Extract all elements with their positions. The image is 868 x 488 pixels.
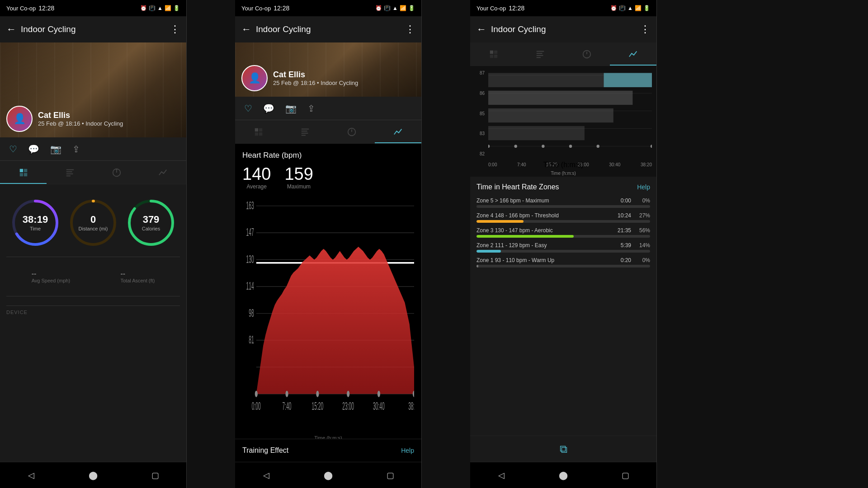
back-nav-btn-3[interactable]: ◁: [493, 467, 509, 483]
back-button-3[interactable]: ←: [476, 23, 486, 35]
back-nav-btn-2[interactable]: ◁: [258, 467, 274, 483]
recents-nav-btn-3[interactable]: ▢: [617, 467, 633, 483]
zones-title: Time in Heart Rate Zones: [476, 183, 559, 191]
tab-summary-2[interactable]: [282, 120, 328, 143]
wifi-icon: ▲: [157, 5, 163, 11]
home-nav-btn-3[interactable]: ⬤: [555, 467, 571, 483]
y-label-83: 83: [470, 131, 486, 136]
nav-title-3: Indoor Cycling: [491, 24, 636, 34]
svg-rect-51: [490, 50, 493, 53]
action-bar-2: ♡ 💬 📷 ⇪: [235, 97, 421, 120]
svg-rect-18: [259, 132, 262, 135]
hr-maximum-value: 159: [284, 165, 313, 183]
zone-4-track: [476, 220, 650, 223]
share-button-1[interactable]: ⇪: [72, 144, 80, 155]
svg-rect-6: [66, 173, 73, 174]
zone-2-time: 5:39: [615, 242, 631, 249]
comment-button-1[interactable]: 💬: [28, 144, 39, 155]
back-nav-btn-1[interactable]: ◁: [23, 467, 39, 483]
bottom-nav-1: ◁ ⬤ ▢: [0, 462, 186, 488]
svg-point-70: [488, 145, 490, 148]
zone-1-track: [476, 265, 650, 267]
zones-header: Time in Heart Rate Zones Help: [476, 183, 650, 191]
back-button-1[interactable]: ←: [6, 23, 16, 35]
tab-laps-1[interactable]: [93, 161, 140, 184]
zone-5-stats: 0:00 0%: [615, 197, 650, 204]
svg-text:147: 147: [246, 226, 254, 238]
hr-maximum-label: Maximum: [287, 183, 311, 190]
more-button-3[interactable]: ⋮: [640, 23, 650, 35]
home-nav-btn-2[interactable]: ⬤: [320, 467, 336, 483]
svg-rect-16: [259, 128, 262, 131]
more-button-1[interactable]: ⋮: [170, 23, 180, 35]
svg-rect-0: [19, 169, 23, 172]
svg-rect-3: [24, 173, 27, 176]
heart-rate-panel: Heart Rate (bpm) 140 Average 159 Maximum: [235, 144, 421, 439]
tab-summary-3[interactable]: [517, 42, 563, 66]
copy-icon[interactable]: ⧉: [560, 443, 567, 455]
zone-4-fill: [476, 220, 524, 223]
camera-button-2[interactable]: 📷: [285, 103, 297, 114]
zone-3-stats: 21:35 56%: [615, 227, 650, 234]
zone-3-pct: 56%: [637, 227, 650, 234]
tab-overview-1[interactable]: [0, 161, 47, 184]
svg-point-75: [651, 145, 652, 148]
zone-5-top: Zone 5 > 166 bpm - Maximum 0:00 0%: [476, 197, 650, 204]
hr-chart-area: 163 147 130 114 98 81 0:00 7:40: [242, 195, 414, 432]
tab-laps-3[interactable]: [563, 42, 610, 66]
like-button-2[interactable]: ♡: [244, 103, 252, 114]
zone-1-fill: [476, 265, 478, 267]
tab-chart-2[interactable]: [375, 120, 421, 143]
signal-icon-3: 📶: [635, 5, 642, 11]
hr-average-label: Average: [246, 183, 266, 190]
svg-text:98: 98: [249, 307, 254, 319]
like-button-1[interactable]: ♡: [9, 144, 17, 155]
back-button-2[interactable]: ←: [241, 23, 251, 35]
bottom-nav-2: ◁ ⬤ ▢: [235, 462, 421, 488]
time-ring-inner: 38:19 Time: [10, 198, 60, 248]
tab-chart-1[interactable]: [140, 161, 186, 184]
zones-x-label: Time (h:m:s): [470, 170, 656, 177]
zone-1-pct: 0%: [637, 257, 650, 263]
more-button-2[interactable]: ⋮: [405, 23, 415, 35]
tab-overview-3[interactable]: [470, 42, 517, 66]
tab-chart-3[interactable]: [610, 42, 656, 66]
calories-ring-inner: 379 Calories: [126, 198, 176, 248]
zone-2-pct: 14%: [637, 242, 650, 249]
tab-overview-2[interactable]: [235, 120, 282, 143]
panel-2: Your Co-op 12:28 ⏰ 📳 ▲ 📶 🔋 ← Indoor Cycl…: [235, 0, 422, 488]
recents-nav-btn-2[interactable]: ▢: [382, 467, 398, 483]
svg-text:30:40: 30:40: [373, 400, 385, 412]
svg-point-41: [316, 391, 319, 397]
zones-help-link[interactable]: Help: [637, 183, 650, 191]
alarm-icon-3: ⏰: [610, 5, 617, 11]
hr-stats-row: 140 Average 159 Maximum: [242, 165, 414, 190]
zone-5-track: [476, 205, 650, 208]
camera-button-1[interactable]: 📷: [50, 144, 61, 155]
zone-2-name: Zone 2 111 - 129 bpm - Easy: [476, 242, 547, 249]
tab-laps-2[interactable]: [328, 120, 375, 143]
training-help-link[interactable]: Help: [401, 447, 414, 454]
zones-chart-area: 87 86 85 83 82: [470, 66, 656, 170]
status-icons-3: ⏰ 📳 ▲ 📶 🔋: [610, 5, 650, 11]
bottom-nav-3: ◁ ⬤ ▢: [470, 462, 656, 488]
tab-bar-3: [470, 42, 656, 66]
zones-x-axis-label: Time (h:m:s): [470, 161, 656, 169]
zone-4-pct: 27%: [637, 212, 650, 219]
recents-nav-btn-1[interactable]: ▢: [147, 467, 163, 483]
svg-point-74: [597, 145, 599, 148]
carrier-time-3: Your Co-op 12:28: [476, 5, 524, 12]
share-button-2[interactable]: ⇪: [307, 103, 315, 114]
y-label-85: 85: [470, 111, 486, 116]
hero-image-2: 👤 Cat Ellis 25 Feb @ 18:16 • Indoor Cycl…: [235, 42, 421, 97]
status-icons-2: ⏰ 📳 ▲ 📶 🔋: [375, 5, 415, 11]
calories-ring: 379 Calories: [126, 198, 176, 248]
zone-2-row: Zone 2 111 - 129 bpm - Easy 5:39 14%: [476, 242, 650, 253]
svg-rect-2: [19, 173, 23, 176]
svg-rect-66: [488, 73, 652, 87]
home-nav-btn-1[interactable]: ⬤: [85, 467, 101, 483]
comment-button-2[interactable]: 💬: [263, 103, 274, 114]
tab-summary-1[interactable]: [47, 161, 93, 184]
time-1: 12:28: [38, 5, 54, 12]
zone-5-name: Zone 5 > 166 bpm - Maximum: [476, 197, 549, 204]
